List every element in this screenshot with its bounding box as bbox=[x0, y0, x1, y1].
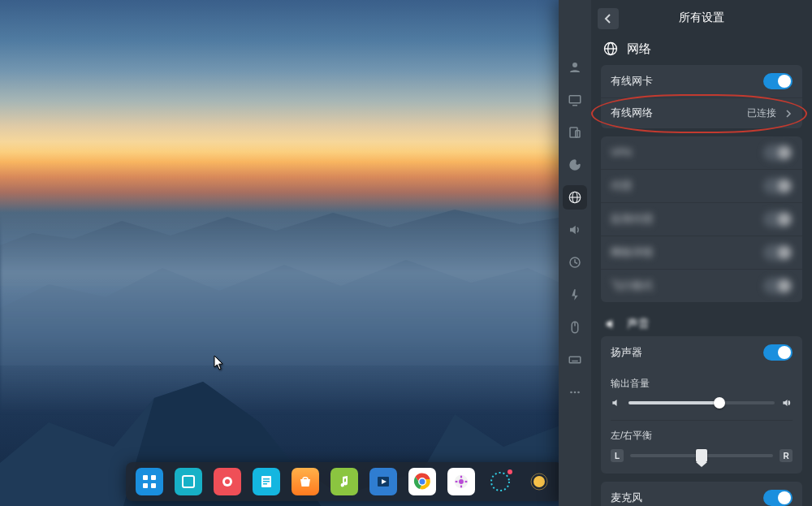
output-volume-slider[interactable] bbox=[628, 401, 775, 404]
row-blurred[interactable]: 网络详情 bbox=[601, 236, 802, 269]
row-blurred[interactable]: 飞行模式 bbox=[601, 269, 802, 302]
sidebar-mouse-icon[interactable] bbox=[563, 315, 587, 339]
svg-point-39 bbox=[574, 391, 577, 394]
sidebar-display-icon[interactable] bbox=[563, 88, 587, 112]
dock-chrome[interactable] bbox=[408, 468, 436, 495]
dock-file-manager[interactable] bbox=[253, 468, 280, 495]
sidebar-sound-icon[interactable] bbox=[563, 218, 587, 242]
svg-rect-3 bbox=[151, 483, 156, 488]
svg-point-22 bbox=[491, 473, 509, 491]
svg-rect-36 bbox=[569, 357, 581, 363]
toggle-microphone[interactable] bbox=[763, 490, 793, 506]
svg-rect-4 bbox=[183, 476, 194, 487]
network-icon bbox=[603, 41, 619, 57]
row-label: 麦克风 bbox=[611, 491, 645, 505]
sidebar-personalization-icon[interactable] bbox=[563, 153, 587, 177]
back-button[interactable] bbox=[598, 8, 619, 29]
toggle-wired-adapter[interactable] bbox=[763, 73, 793, 89]
chevron-right-icon bbox=[784, 110, 793, 118]
svg-rect-8 bbox=[263, 478, 270, 480]
svg-rect-26 bbox=[569, 96, 581, 103]
volume-high-icon bbox=[781, 397, 793, 409]
svg-rect-21 bbox=[465, 481, 468, 482]
svg-point-25 bbox=[572, 63, 577, 67]
dock-weather[interactable] bbox=[525, 468, 553, 495]
network-card: 有线网卡 有线网络 已连接 bbox=[601, 65, 802, 128]
balance-left-badge: L bbox=[611, 449, 624, 462]
svg-rect-1 bbox=[151, 475, 156, 480]
speaker-card: 扬声器 输出音量 左/右平衡 bbox=[601, 336, 802, 474]
row-blurred[interactable]: 代理 bbox=[601, 169, 802, 202]
svg-point-40 bbox=[577, 391, 580, 394]
row-blurred[interactable]: 应用代理 bbox=[601, 202, 802, 236]
row-wired-adapter: 有线网卡 bbox=[601, 65, 802, 97]
mic-card: 麦克风 输入音量 bbox=[601, 482, 802, 506]
dock bbox=[126, 462, 563, 501]
dock-multitasking[interactable] bbox=[175, 468, 202, 495]
sidebar-user-icon[interactable] bbox=[563, 55, 587, 80]
dock-launcher[interactable] bbox=[136, 468, 163, 495]
sound-icon bbox=[604, 317, 619, 331]
svg-rect-10 bbox=[263, 483, 267, 485]
connection-status: 已连接 bbox=[747, 107, 776, 119]
sidebar-network-icon[interactable] bbox=[563, 185, 587, 210]
output-volume-label: 输出音量 bbox=[611, 377, 793, 391]
svg-point-6 bbox=[225, 479, 230, 484]
dock-activity[interactable] bbox=[486, 468, 514, 495]
toggle-speaker[interactable] bbox=[763, 344, 793, 361]
section-header-network: 网络 bbox=[591, 36, 812, 65]
slider-thumb[interactable] bbox=[696, 449, 707, 462]
row-label: 有线网卡 bbox=[611, 75, 653, 89]
settings-sidebar bbox=[559, 0, 591, 506]
balance-label: 左/右平衡 bbox=[611, 429, 793, 443]
sidebar-devices-icon[interactable] bbox=[563, 120, 587, 145]
output-volume-block: 输出音量 bbox=[601, 369, 802, 420]
slider-thumb[interactable] bbox=[714, 397, 725, 409]
volume-low-icon bbox=[611, 397, 622, 409]
balance-block: 左/右平衡 L R bbox=[601, 421, 802, 474]
dock-screen-recorder[interactable] bbox=[214, 468, 241, 495]
sidebar-power-icon[interactable] bbox=[563, 283, 587, 307]
row-microphone: 麦克风 bbox=[601, 482, 802, 506]
svg-point-23 bbox=[533, 476, 545, 487]
dock-settings[interactable] bbox=[447, 468, 475, 495]
row-wired-network[interactable]: 有线网络 已连接 bbox=[601, 97, 802, 128]
network-extra-card: VPN 代理 应用代理 网络详情 飞行模式 bbox=[601, 136, 802, 302]
balance-right-badge: R bbox=[780, 449, 793, 462]
dock-video[interactable] bbox=[369, 468, 397, 495]
sidebar-time-icon[interactable] bbox=[563, 250, 587, 275]
svg-rect-9 bbox=[263, 481, 270, 482]
svg-rect-28 bbox=[570, 128, 577, 137]
row-label: 有线网络 bbox=[611, 106, 653, 120]
balance-slider[interactable] bbox=[630, 454, 773, 457]
svg-rect-19 bbox=[460, 486, 462, 488]
dock-app-store[interactable] bbox=[292, 468, 319, 495]
svg-rect-20 bbox=[456, 481, 458, 482]
row-label: 扬声器 bbox=[611, 346, 642, 360]
svg-rect-0 bbox=[143, 475, 148, 480]
settings-panel: 所有设置 网络 有线网卡 有线网络 已连接 bbox=[559, 0, 812, 506]
svg-rect-2 bbox=[143, 483, 148, 488]
row-blurred[interactable]: VPN bbox=[601, 136, 802, 169]
sidebar-keyboard-icon[interactable] bbox=[563, 348, 587, 372]
svg-point-38 bbox=[570, 391, 572, 394]
notification-badge bbox=[508, 469, 512, 474]
svg-rect-18 bbox=[460, 476, 462, 478]
row-speaker: 扬声器 bbox=[601, 336, 802, 369]
settings-titlebar: 所有设置 bbox=[591, 0, 812, 36]
sidebar-more-icon[interactable] bbox=[563, 380, 587, 404]
settings-title: 所有设置 bbox=[679, 11, 724, 25]
dock-music[interactable] bbox=[330, 468, 358, 495]
section-header-sound: 声音 bbox=[601, 310, 802, 336]
svg-point-17 bbox=[459, 479, 464, 484]
